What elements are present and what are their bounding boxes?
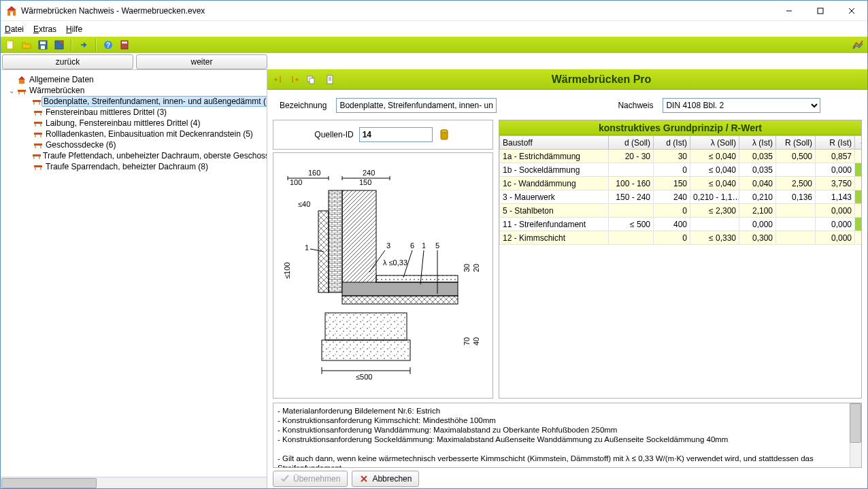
vertical-scrollbar[interactable] <box>850 403 861 467</box>
quellen-id-input[interactable] <box>359 127 433 142</box>
add-right-icon[interactable] <box>288 73 301 86</box>
column-header[interactable]: ok <box>855 136 863 150</box>
svg-rect-62 <box>329 190 342 292</box>
svg-rect-11 <box>41 46 45 49</box>
menu-bar: Datei Extras Hilfe <box>1 21 867 37</box>
maximize-button[interactable] <box>805 1 836 21</box>
open-folder-icon[interactable] <box>20 38 33 52</box>
svg-rect-34 <box>34 144 42 146</box>
table-row[interactable]: 1a - Estrichdämmung20 - 3030≤ 0,0400,035… <box>500 150 863 163</box>
back-button[interactable]: zurück <box>2 54 133 69</box>
svg-text:≤40: ≤40 <box>298 200 310 208</box>
svg-rect-4 <box>818 8 823 14</box>
svg-rect-67 <box>376 275 458 282</box>
export-icon[interactable] <box>77 38 90 52</box>
column-header[interactable]: λ (Soll) <box>690 136 739 150</box>
nachweis-label: Nachweis <box>618 101 653 110</box>
svg-rect-37 <box>33 154 41 156</box>
tree-item[interactable]: Fenstereinbau mittleres Drittel (3) <box>1 107 267 118</box>
tree-item[interactable]: Traufe Sparrendach, beheizter Dachraum (… <box>1 161 267 172</box>
column-header[interactable]: d (Ist) <box>654 136 690 150</box>
quellen-id-label: Quellen-ID <box>314 130 353 139</box>
apply-button[interactable]: Übernehmen <box>273 471 348 487</box>
column-header[interactable]: λ (Ist) <box>739 136 776 150</box>
svg-rect-8 <box>7 41 9 43</box>
tree-item[interactable]: Bodenplatte, Streifenfundament, innen- u… <box>1 96 267 107</box>
ok-cell <box>855 163 863 177</box>
menu-hilfe[interactable]: Hilfe <box>66 24 82 34</box>
svg-rect-10 <box>40 41 46 44</box>
bezeichnung-input[interactable] <box>336 98 497 113</box>
svg-rect-31 <box>34 133 42 135</box>
quellen-id-box: Quellen-ID <box>273 120 493 150</box>
lookup-icon[interactable] <box>438 128 452 141</box>
svg-rect-68 <box>325 313 407 340</box>
new-file-icon[interactable] <box>3 38 17 52</box>
table-title: konstruktives Grundprinzip / R-Wert <box>499 120 861 135</box>
menu-datei[interactable]: Datei <box>5 24 24 34</box>
svg-rect-22 <box>33 100 41 102</box>
bridge-icon <box>32 140 44 150</box>
svg-rect-69 <box>322 340 410 360</box>
cross-icon <box>359 474 369 484</box>
svg-rect-2 <box>10 12 13 16</box>
minimize-button[interactable] <box>773 1 805 21</box>
table-row[interactable]: 11 - Streifenfundament≤ 5004000,0000,000 <box>500 218 863 231</box>
column-header[interactable]: Baustoff <box>500 136 609 150</box>
table-row[interactable]: 1c - Wanddämmung100 - 160150≤ 0,0400,040… <box>500 177 863 190</box>
home-icon <box>16 75 28 84</box>
title-bar: Wärmebrücken Nachweis - Waermebruecken.e… <box>1 1 867 21</box>
svg-text:20: 20 <box>472 264 480 272</box>
checkmark-icon <box>280 474 290 484</box>
svg-rect-44 <box>310 78 314 84</box>
calculator-icon[interactable] <box>118 38 131 52</box>
save-as-icon[interactable] <box>52 38 66 52</box>
tree-item-waermebruecken[interactable]: ⌄ Wärmebrücken <box>1 85 267 96</box>
tree-item[interactable]: Rollladenkasten, Einbausituation mit Dec… <box>1 129 267 139</box>
save-icon[interactable] <box>36 38 50 52</box>
column-header[interactable]: R (Ist) <box>816 136 855 150</box>
svg-text:≤100: ≤100 <box>283 263 291 279</box>
nachweis-select[interactable]: DIN 4108 Bbl. 2 <box>663 98 820 113</box>
svg-text:5: 5 <box>435 241 439 250</box>
cross-section-diagram: 160 240 100 150 ≤40 <box>273 152 493 399</box>
bridge-icon <box>32 162 44 171</box>
horizontal-scrollbar[interactable] <box>1 477 267 488</box>
chart-icon[interactable] <box>851 38 865 52</box>
svg-text:150: 150 <box>359 178 371 186</box>
svg-marker-17 <box>18 76 25 80</box>
add-left-icon[interactable] <box>271 73 285 86</box>
copy-icon[interactable] <box>304 73 318 86</box>
tree-item[interactable]: Geschossdecke (6) <box>1 139 267 150</box>
notes-panel: - Materialanforderung Bildelement Nr.6: … <box>273 403 862 468</box>
document-icon[interactable] <box>323 73 337 86</box>
column-header[interactable]: d (Soll) <box>609 136 654 150</box>
app-icon <box>6 5 17 16</box>
tree-item[interactable]: Traufe Pfettendach, unbeheizter Dachraum… <box>1 150 267 161</box>
table-row[interactable]: 1b - Sockeldämmung0≤ 0,0400,0350,000 <box>500 163 863 177</box>
svg-text:≤250: ≤250 <box>278 242 279 258</box>
table-row[interactable]: 3 - Mauerwerk150 - 2402400,210 - 1,1…0,2… <box>500 190 863 204</box>
cancel-button[interactable]: Abbrechen <box>352 471 419 487</box>
tree-item-allgemeine[interactable]: Allgemeine Daten <box>1 74 267 85</box>
svg-text:3: 3 <box>386 241 390 250</box>
table-row[interactable]: 5 - Stahlbeton0≤ 2,3002,1000,000 <box>500 204 863 218</box>
table-row[interactable]: 12 - Kimmschicht0≤ 0,3300,3000,000 <box>500 231 863 245</box>
tree-item[interactable]: Laibung, Fenstereinbau mittleres Drittel… <box>1 118 267 129</box>
svg-text:30: 30 <box>463 264 471 272</box>
ok-cell <box>855 231 863 245</box>
expand-icon[interactable]: ⌄ <box>7 87 16 95</box>
bridge-icon <box>32 107 44 117</box>
app-title: Wärmebrücken Pro <box>339 73 863 86</box>
svg-text:160: 160 <box>308 169 320 177</box>
form-row: Bezeichnung Nachweis DIN 4108 Bbl. 2 <box>267 90 867 120</box>
help-icon[interactable]: ? <box>101 38 115 52</box>
close-button[interactable] <box>836 1 867 21</box>
svg-rect-16 <box>122 41 127 44</box>
column-header[interactable]: R (Soll) <box>776 136 816 150</box>
menu-extras[interactable]: Extras <box>33 24 56 34</box>
svg-text:6: 6 <box>410 241 414 250</box>
ok-cell <box>855 177 863 190</box>
forward-button[interactable]: weiter <box>136 54 267 69</box>
svg-rect-45 <box>327 75 333 84</box>
